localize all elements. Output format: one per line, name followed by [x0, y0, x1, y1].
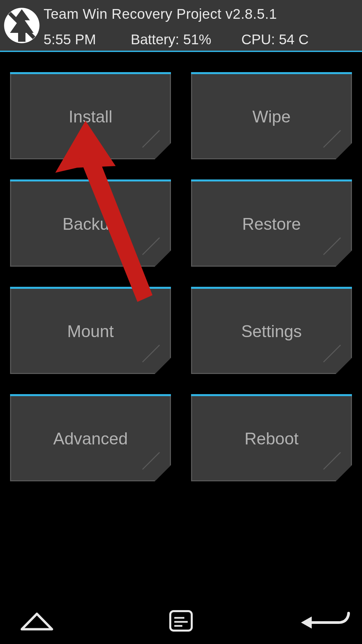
wipe-button[interactable]: Wipe [191, 72, 352, 159]
mount-button[interactable]: Mount [10, 287, 171, 374]
console-log-icon [169, 610, 193, 633]
back-arrow-icon [298, 609, 352, 634]
twrp-logo-icon [0, 0, 44, 51]
install-label: Install [69, 107, 113, 126]
wipe-label: Wipe [252, 107, 291, 126]
advanced-label: Advanced [53, 429, 128, 448]
main-menu-grid: Install Wipe Backup Restore Mount Settin… [0, 52, 362, 481]
status-time: 5:55 PM [44, 32, 131, 48]
svg-rect-4 [170, 611, 192, 631]
nav-back-button[interactable] [292, 599, 359, 644]
backup-label: Backup [63, 214, 119, 234]
home-icon [18, 609, 55, 634]
mount-label: Mount [67, 322, 114, 341]
header-bar: Team Win Recovery Project v2.8.5.1 5:55 … [0, 0, 362, 52]
backup-button[interactable]: Backup [10, 179, 171, 267]
settings-label: Settings [241, 322, 302, 341]
reboot-button[interactable]: Reboot [191, 394, 352, 481]
status-line: 5:55 PM Battery: 51% CPU: 54 C [44, 32, 362, 48]
nav-log-button[interactable] [70, 599, 292, 644]
nav-bar [0, 599, 362, 644]
reboot-label: Reboot [244, 429, 298, 448]
app-title: Team Win Recovery Project v2.8.5.1 [44, 6, 362, 22]
restore-button[interactable]: Restore [191, 179, 352, 267]
nav-home-button[interactable] [3, 599, 70, 644]
svg-marker-8 [301, 616, 312, 629]
status-battery: Battery: 51% [131, 32, 241, 48]
advanced-button[interactable]: Advanced [10, 394, 171, 481]
settings-button[interactable]: Settings [191, 287, 352, 374]
install-button[interactable]: Install [10, 72, 171, 159]
restore-label: Restore [242, 214, 301, 234]
status-cpu-temp: CPU: 54 C [241, 32, 309, 48]
